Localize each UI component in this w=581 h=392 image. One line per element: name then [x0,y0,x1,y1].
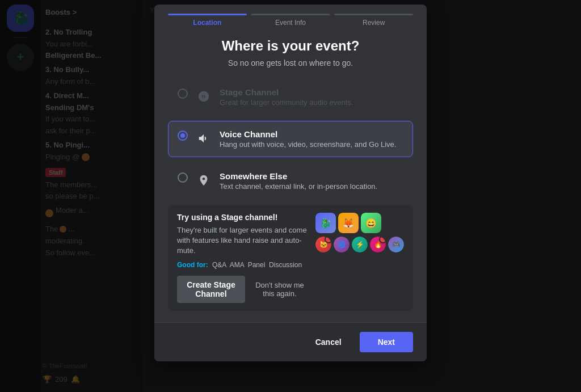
avatar-2: 🦊 [338,213,359,233]
step-event-info-label: Event Info [275,19,306,27]
create-stage-channel-button[interactable]: Create Stage Channel [177,276,245,303]
voice-channel-title: Voice Channel [220,129,396,139]
step-review-label: Review [363,19,385,27]
promo-description: They're built for larger events and come… [177,225,308,256]
step-location-line [168,14,247,15]
voice-channel-icon [195,129,213,147]
step-location-label: Location [193,19,221,27]
promo-tags: Good for: Q&A AMA Panel Discussion [177,261,308,269]
option-voice-channel[interactable]: Voice Channel Hang out with voice, video… [168,121,413,157]
avatar-4: 🐱 [315,237,331,252]
somewhere-else-content: Somewhere Else Text channel, external li… [220,171,377,191]
avatar-row-top: 🐉 🦊 😄 [315,213,404,233]
event-location-modal: Location Event Info Review Where is your… [154,5,427,361]
voice-channel-content: Voice Channel Hang out with voice, video… [220,129,396,149]
step-event-info[interactable]: Event Info [251,14,330,27]
avatar-3: 😄 [361,213,381,233]
stage-channel-promo: Try using a Stage channel! They're built… [168,205,413,311]
option-somewhere-else[interactable]: Somewhere Else Text channel, external li… [168,163,413,199]
radio-elsewhere [178,172,188,183]
step-review-line [334,14,413,15]
promo-title: Try using a Stage channel! [177,213,308,222]
radio-voice [178,130,188,141]
next-button[interactable]: Next [360,332,413,352]
voice-channel-desc: Hang out with voice, video, screenshare,… [220,140,396,149]
stage-channel-content: Stage Channel Great for larger community… [220,87,353,107]
modal-title: Where is your event? [168,38,413,54]
somewhere-else-title: Somewhere Else [220,171,377,181]
modal-subtitle: So no one gets lost on where to go. [168,58,413,68]
avatar-6: ⚡ [352,237,368,252]
modal-overlay: Location Event Info Review Where is your… [0,0,581,392]
radio-stage [178,88,188,99]
radio-voice-inner [180,133,185,138]
dismiss-promo-button[interactable]: Don't show me this again. [252,279,308,300]
stage-channel-title: Stage Channel [220,87,353,97]
stage-channel-desc: Great for larger community audio events. [220,98,353,107]
somewhere-else-desc: Text channel, external link, or in-perso… [220,182,377,191]
avatar-row-bottom: 🐱 🌀 ⚡ [315,237,404,252]
steps-bar: Location Event Info Review [154,5,427,27]
stage-channel-icon [195,87,213,106]
avatar-1: 🐉 [315,213,336,233]
promo-actions: Create Stage Channel Don't show me this … [177,276,308,303]
modal-body: Where is your event? So no one gets lost… [154,27,427,322]
option-stage-channel[interactable]: Stage Channel Great for larger community… [168,79,413,115]
avatar-7: 🔥 [370,237,386,252]
somewhere-else-icon [195,171,213,189]
promo-text-block: Try using a Stage channel! They're built… [177,213,308,303]
avatar-5: 🌀 [334,237,350,252]
modal-footer: Cancel Next [154,322,427,361]
promo-avatars: 🐉 🦊 😄 [315,213,404,252]
step-location[interactable]: Location [168,14,247,27]
good-for-label: Good for: [177,261,208,269]
avatar-8: 🎮 [388,237,404,252]
step-review[interactable]: Review [334,14,413,27]
cancel-button[interactable]: Cancel [304,332,353,352]
step-event-info-line [251,14,330,15]
